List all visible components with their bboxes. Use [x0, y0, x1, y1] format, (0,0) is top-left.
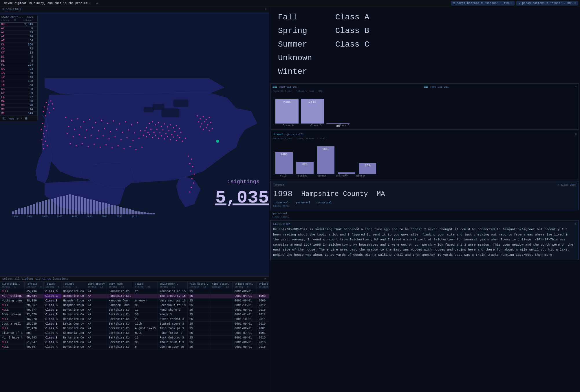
season-item-spring[interactable]: Spring: [278, 26, 312, 35]
col-header--cty-abbrev[interactable]: :cty_abbrevstring · 10: [86, 282, 107, 289]
svg-point-58: [164, 138, 165, 139]
col-header-alsonotice--[interactable]: alsonotice..string · 1: [0, 282, 25, 289]
season-item-winter[interactable]: Winter: [278, 67, 312, 76]
state-table-row[interactable]: KS28: [0, 87, 37, 91]
season-bar-fall[interactable]: 1496: [275, 152, 293, 174]
popup-close-btn[interactable]: ×: [575, 183, 577, 185]
svg-point-118: [67, 133, 68, 134]
col-header-fips-count--[interactable]: fips_count..integer · 10: [188, 282, 210, 289]
table-row[interactable]: NULL49,697Class ABerkshire CoMABerkshire…: [0, 345, 269, 349]
season-chart-close[interactable]: ×: [575, 133, 577, 136]
svg-point-105: [68, 126, 69, 127]
rows-col-type: integer: [17, 19, 33, 21]
state-table-row[interactable]: NULL1,516: [0, 23, 37, 27]
svg-point-9: [47, 108, 48, 110]
state-table-row[interactable]: FL224: [0, 63, 37, 67]
state-table-row[interactable]: DE5: [0, 59, 37, 63]
col-header--cty-name[interactable]: :cty_namestring · 16: [107, 282, 133, 289]
state-table-row[interactable]: ME14: [0, 108, 37, 112]
state-table-row[interactable]: CA266: [0, 43, 37, 47]
table-row[interactable]: NULL46,973Class BBerkshire CoMABerkshire…: [0, 317, 269, 322]
state-table-row[interactable]: IL188: [0, 79, 37, 83]
season-bar-winter[interactable]: 753: [359, 163, 376, 174]
state-table-row[interactable]: ID56: [0, 75, 37, 79]
svg-point-31: [164, 123, 165, 124]
col-header--class[interactable]: :classstring · 3: [43, 282, 61, 289]
x-param-tab-class[interactable]: x_param_bottoms = 'class' · 995 ×: [516, 1, 578, 5]
text-panel-close[interactable]: ×: [574, 223, 576, 226]
col-header-fips-state--[interactable]: fips_state..integer · 13: [210, 282, 233, 289]
state-table-row[interactable]: KY89: [0, 91, 37, 95]
table-row[interactable]: Nothing unus38,386Class BHampden CounMAH…: [0, 299, 269, 303]
table-row[interactable]: Silence of a889Class ASkamania CouMABerk…: [0, 331, 269, 336]
season-list: FallSpringSummerUnknownWinter: [278, 13, 312, 76]
col-header--county[interactable]: :countystring · 1: [61, 282, 86, 289]
table-row[interactable]: NULL49,877Class BBerkshire CoMABerkshire…: [0, 308, 269, 312]
class-bar-class-c[interactable]: 30: [326, 123, 350, 124]
table-row[interactable]: Just a well15,939Class BLewis CountyMABe…: [0, 322, 269, 326]
x-param-tab-season-close[interactable]: ×: [511, 2, 512, 5]
state-table-row[interactable]: GA93: [0, 67, 37, 71]
block-close-icon[interactable]: ×: [265, 8, 267, 11]
season-item-unknown[interactable]: Unknown: [278, 54, 312, 62]
svg-point-106: [74, 129, 75, 130]
svg-point-21: [41, 139, 42, 140]
class-bar-class-a[interactable]: 2486: [275, 99, 299, 124]
state-table-row[interactable]: AK6: [0, 27, 37, 31]
tab-label: maybe bigfoot IS blurry, and that is the…: [4, 2, 87, 5]
map-svg: 1920 1944 1955 1967 1979 1991 2000 2009 …: [0, 12, 269, 276]
state-table-row[interactable]: IN58: [0, 83, 37, 87]
svg-point-36: [179, 128, 180, 129]
popup-close-inner[interactable]: ×: [557, 184, 559, 187]
table-row[interactable]: Some broken32,670Class BBerkshire CoMABe…: [0, 312, 269, 317]
new-tab-button[interactable]: +: [94, 1, 100, 6]
x-param-tab-season[interactable]: x_param_bottoms = 'season' · 113 ×: [451, 1, 515, 5]
season-chart-subtitle: recharts_h_bar · 'rows, season' · 1163: [272, 137, 577, 140]
svg-point-47: [171, 134, 172, 135]
x-param-tab-class-label: x_param_bottoms = 'class' · 995: [519, 2, 572, 5]
col-header-environmen--[interactable]: environmen..string · 15: [158, 282, 188, 289]
table-close-icon[interactable]: ×: [265, 277, 267, 281]
table-row[interactable]: NULL32,478Class BBerkshire CoMABerkshire…: [0, 326, 269, 331]
class-item-class-b[interactable]: Class B: [335, 26, 369, 35]
table-row[interactable]: NULL51,847Class BBerkshire CoMABerkshire…: [0, 340, 269, 345]
state-table-row[interactable]: LA27: [0, 95, 37, 100]
table-row[interactable]: No, I have h56,293Class BBerkshire CoMAB…: [0, 336, 269, 340]
block-id: block-11872: [2, 8, 21, 11]
state-table-row[interactable]: AL79: [0, 31, 37, 35]
table-row[interactable]: NULL28,667Class BHampden CounMAHampden C…: [0, 303, 269, 308]
table-row[interactable]: NULL65,996Class BHampshire CoMAHampshire…: [0, 289, 269, 294]
svg-point-41: [153, 132, 155, 133]
season-bar-summer[interactable]: 1868: [317, 146, 334, 174]
state-table-row[interactable]: CT13: [0, 51, 37, 55]
col-header--fixed-mont--[interactable]: :fixed_mont..string · 9: [233, 282, 257, 289]
class-item-class-c[interactable]: Class C: [335, 40, 369, 49]
class-chart-close[interactable]: ×: [575, 85, 577, 89]
state-table-row[interactable]: CO72: [0, 47, 37, 51]
tab-close-icon[interactable]: ×: [89, 2, 91, 5]
season-item-summer[interactable]: Summer: [278, 40, 312, 49]
map-container[interactable]: 1920 1944 1955 1967 1979 1991 2000 2009 …: [0, 12, 269, 276]
season-bar-spring[interactable]: 826: [296, 162, 314, 174]
col-header--date[interactable]: :datestring · 26: [133, 282, 158, 289]
state-table-row[interactable]: IA48: [0, 71, 37, 75]
state-table-row[interactable]: DC5: [0, 55, 37, 59]
main-tab[interactable]: maybe bigfoot IS blurry, and that is the…: [1, 1, 94, 5]
svg-point-68: [203, 116, 204, 117]
state-table-row[interactable]: AZ64: [0, 39, 37, 43]
svg-point-102: [125, 121, 126, 122]
season-item-fall[interactable]: Fall: [278, 13, 312, 22]
col-header--fixed-year[interactable]: :fixed_yearinteger · 23: [257, 282, 269, 289]
state-table-row[interactable]: AR74: [0, 35, 37, 39]
class-bar-class-b[interactable]: 2519: [301, 99, 324, 124]
state-table-row[interactable]: MD20: [0, 104, 37, 108]
state-table-row[interactable]: MI149: [0, 112, 37, 116]
svg-rect-150: [30, 205, 32, 214]
table-row[interactable]: No, nothing.65,734Class BHampshire CoMAH…: [0, 294, 269, 299]
state-table-header: state_abbre... string · 51 rows integer: [0, 15, 37, 23]
col-header--bfroid[interactable]: :bfroidinteger · 0: [25, 282, 44, 289]
class-item-class-a[interactable]: Class A: [335, 13, 369, 22]
x-param-tab-class-close[interactable]: ×: [574, 2, 576, 5]
state-table-row[interactable]: MA30: [0, 100, 37, 104]
season-bar-unknown[interactable]: 92: [338, 172, 355, 174]
